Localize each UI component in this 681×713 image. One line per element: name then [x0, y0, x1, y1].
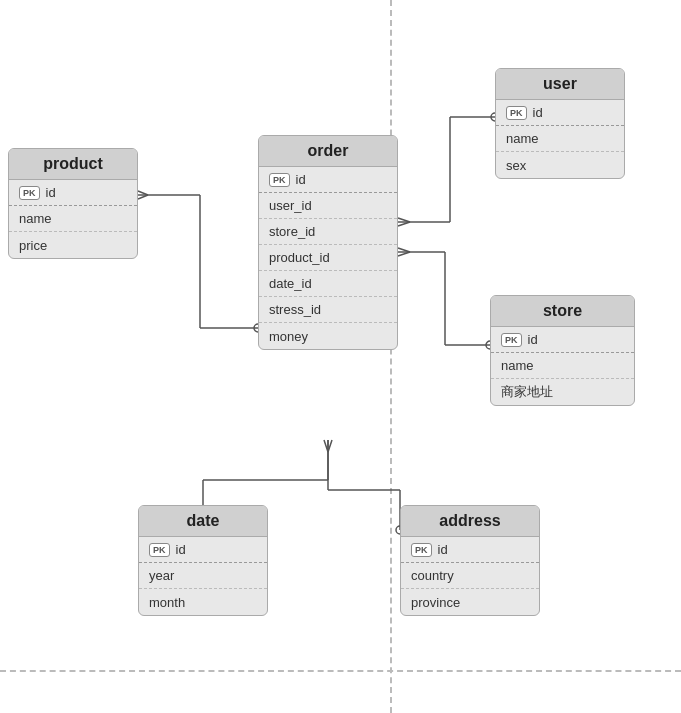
svg-line-10: [398, 218, 410, 222]
entity-product-label: product: [43, 155, 103, 172]
entity-store: store PK id name 商家地址: [490, 295, 635, 406]
pk-badge-order: PK: [269, 173, 290, 187]
user-pk-field: id: [533, 105, 614, 120]
entity-date-label: date: [187, 512, 220, 529]
entity-user: user PK id name sex: [495, 68, 625, 179]
store-pk-field: id: [528, 332, 624, 347]
entity-store-header: store: [491, 296, 634, 327]
pk-badge-product: PK: [19, 186, 40, 200]
entity-date: date PK id year month: [138, 505, 268, 616]
date-field-year: year: [139, 563, 267, 589]
pk-badge-date: PK: [149, 543, 170, 557]
pk-badge-user: PK: [506, 106, 527, 120]
entity-order-header: order: [259, 136, 397, 167]
entity-store-label: store: [543, 302, 582, 319]
store-field-address: 商家地址: [491, 379, 634, 405]
order-field-money: money: [259, 323, 397, 349]
pk-badge-address: PK: [411, 543, 432, 557]
entity-address-header: address: [401, 506, 539, 537]
entity-date-header: date: [139, 506, 267, 537]
entity-product-header: product: [9, 149, 137, 180]
svg-line-3: [138, 191, 148, 195]
entity-order-pk-row: PK id: [259, 167, 397, 193]
entity-order-label: order: [308, 142, 349, 159]
user-field-sex: sex: [496, 152, 624, 178]
svg-line-17: [398, 252, 410, 256]
address-field-country: country: [401, 563, 539, 589]
svg-line-4: [138, 195, 148, 199]
horizontal-guideline: [0, 670, 681, 672]
vertical-guideline: [390, 0, 392, 713]
entity-date-pk-row: PK id: [139, 537, 267, 563]
date-field-month: month: [139, 589, 267, 615]
entity-user-label: user: [543, 75, 577, 92]
svg-line-23: [328, 440, 332, 452]
address-field-province: province: [401, 589, 539, 615]
entity-order: order PK id user_id store_id product_id …: [258, 135, 398, 350]
entity-address: address PK id country province: [400, 505, 540, 616]
svg-line-11: [398, 222, 410, 226]
entity-user-pk-row: PK id: [496, 100, 624, 126]
entity-product: product PK id name price: [8, 148, 138, 259]
entity-address-label: address: [439, 512, 500, 529]
product-field-name: name: [9, 206, 137, 232]
svg-line-22: [324, 440, 328, 452]
entity-store-pk-row: PK id: [491, 327, 634, 353]
order-field-date-id: date_id: [259, 271, 397, 297]
order-field-store-id: store_id: [259, 219, 397, 245]
order-field-stress-id: stress_id: [259, 297, 397, 323]
date-pk-field: id: [176, 542, 257, 557]
product-field-price: price: [9, 232, 137, 258]
entity-product-pk-row: PK id: [9, 180, 137, 206]
address-pk-field: id: [438, 542, 529, 557]
pk-badge-store: PK: [501, 333, 522, 347]
product-pk-field: id: [46, 185, 127, 200]
order-field-user-id: user_id: [259, 193, 397, 219]
user-field-name: name: [496, 126, 624, 152]
order-field-product-id: product_id: [259, 245, 397, 271]
order-pk-field: id: [296, 172, 387, 187]
store-field-name: name: [491, 353, 634, 379]
entity-user-header: user: [496, 69, 624, 100]
entity-address-pk-row: PK id: [401, 537, 539, 563]
svg-line-16: [398, 248, 410, 252]
